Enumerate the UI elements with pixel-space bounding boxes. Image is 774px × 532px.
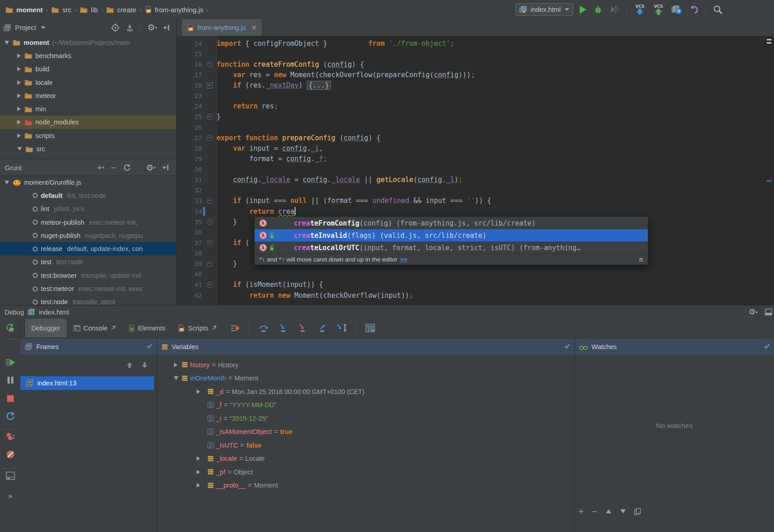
project-tree-item-moment[interactable]: moment(~/WebstormProjects/mom bbox=[0, 36, 176, 49]
variable-row-_locale[interactable]: _locale=Locale bbox=[157, 452, 574, 466]
float-panel-icon[interactable] bbox=[763, 344, 769, 350]
fold-start-icon[interactable]: − bbox=[207, 61, 212, 67]
project-tree-item-benchmarks[interactable]: benchmarks bbox=[0, 49, 176, 62]
code-line-28[interactable]: 28 var input = config._i, bbox=[177, 143, 774, 153]
pause-button[interactable] bbox=[6, 376, 15, 384]
debug-tab-console[interactable]: Console bbox=[67, 319, 122, 337]
hide-panel-button[interactable] bbox=[163, 164, 170, 171]
completion-item-createFromConfig[interactable]: λcreateFromConfig(config) (from-anything… bbox=[255, 217, 648, 229]
debug-tab-debugger[interactable]: Debugger bbox=[25, 319, 67, 337]
code-line-33[interactable]: 33− if (input === null || (format === un… bbox=[177, 196, 774, 206]
coverage-button[interactable] bbox=[610, 5, 620, 14]
evaluate-expression-button[interactable] bbox=[365, 324, 375, 332]
code-line-14[interactable]: 14import { configFromObject } from './fr… bbox=[177, 38, 774, 49]
collapse-all-button[interactable] bbox=[126, 24, 133, 32]
completion-hint-link[interactable]: >> bbox=[400, 256, 408, 263]
frame-item[interactable]: index.html:13 bbox=[20, 376, 154, 390]
code-line-41[interactable]: 41− if (isMoment(input)) { bbox=[177, 280, 774, 290]
mute-breakpoints-button[interactable] bbox=[5, 450, 15, 459]
expanded-arrow-icon[interactable] bbox=[5, 41, 9, 44]
code-line-15[interactable]: 15 bbox=[177, 49, 774, 59]
variable-row-history[interactable]: history=History bbox=[157, 358, 574, 372]
variable-row-_pf[interactable]: _pf=Object bbox=[157, 465, 574, 479]
add-watch-button[interactable]: + bbox=[578, 507, 584, 516]
breadcrumb-item[interactable]: JSfrom-anything.js bbox=[145, 6, 203, 14]
error-stripe-mark[interactable] bbox=[767, 42, 771, 44]
locate-file-button[interactable] bbox=[111, 23, 120, 32]
run-configuration-select[interactable]: index.html bbox=[515, 3, 573, 16]
code-line-32[interactable]: 32 bbox=[177, 185, 774, 196]
project-tree-item-node_modules[interactable]: node_modules bbox=[0, 116, 176, 129]
collapsed-arrow-icon[interactable] bbox=[17, 80, 21, 85]
collapsed-arrow-icon[interactable] bbox=[17, 94, 21, 98]
project-tree-item-locale[interactable]: locale bbox=[0, 76, 176, 89]
variable-row-inOneMonth[interactable]: inOneMonth=Moment bbox=[157, 372, 574, 385]
fold-expand-icon[interactable]: + bbox=[207, 83, 212, 89]
expanded-arrow-icon[interactable] bbox=[17, 147, 22, 151]
show-execution-point-button[interactable] bbox=[230, 324, 241, 332]
variable-row-_isAMomentObject[interactable]: 1001_isAMomentObject=true bbox=[157, 425, 574, 439]
breadcrumb-item[interactable]: src bbox=[51, 6, 71, 14]
grunt-task-test:node[interactable]: test:nodetranspile, qtest bbox=[0, 296, 176, 305]
resume-button[interactable] bbox=[5, 358, 15, 367]
code-line-40[interactable]: 40 bbox=[177, 269, 774, 280]
expanded-arrow-icon[interactable] bbox=[174, 376, 178, 380]
stop-button[interactable] bbox=[6, 394, 15, 403]
project-tree-item-lib[interactable]: lib bbox=[0, 156, 176, 159]
collapsed-arrow-icon[interactable] bbox=[17, 133, 21, 138]
search-everywhere-button[interactable] bbox=[713, 5, 723, 15]
error-stripe-mark[interactable] bbox=[767, 180, 771, 182]
hide-debug-button[interactable] bbox=[765, 309, 772, 315]
code-line-26[interactable]: 26 bbox=[177, 122, 774, 133]
completion-item-createInvalid[interactable]: λcreateInvalid(flags) (valid.js, src/lib… bbox=[255, 229, 648, 241]
local-history-button[interactable] bbox=[671, 5, 682, 15]
grunt-task-meteor-publish[interactable]: meteor-publishexec:meteor-init, bbox=[0, 216, 176, 229]
project-tree-item-src[interactable]: src bbox=[0, 142, 176, 155]
remove-task-button[interactable]: − bbox=[111, 163, 116, 172]
code-line-34[interactable]: 34 return crea bbox=[177, 206, 774, 217]
grunt-task-test[interactable]: testtest:node bbox=[0, 256, 176, 269]
float-panel-icon[interactable] bbox=[563, 344, 570, 350]
grunt-task-release[interactable]: releasedefault, update-index, con bbox=[0, 242, 176, 255]
variable-row-_i[interactable]: 1001_i="2015-12-25" bbox=[157, 412, 574, 425]
project-tree-item-scripts[interactable]: scripts bbox=[0, 129, 176, 142]
fold-end-icon[interactable]: − bbox=[207, 114, 212, 120]
run-to-cursor-button[interactable] bbox=[336, 323, 348, 333]
collapsed-arrow-icon[interactable] bbox=[17, 107, 21, 111]
editor-tab-from-anything[interactable]: JS from-anything.js ✕ bbox=[181, 19, 262, 36]
project-tree-item-meteor[interactable]: meteor bbox=[0, 89, 176, 102]
code-line-23[interactable]: 23 bbox=[177, 91, 774, 101]
fold-start-icon[interactable]: − bbox=[207, 282, 212, 288]
grunt-task-test:browser[interactable]: test:browsertranspile, update-ind bbox=[0, 269, 176, 282]
chevron-down-icon[interactable] bbox=[41, 26, 45, 29]
code-line-29[interactable]: 29 format = config._f; bbox=[177, 153, 774, 164]
variable-row-_isUTC[interactable]: 1001_isUTC=false bbox=[157, 438, 574, 452]
hide-panel-button[interactable] bbox=[163, 24, 171, 31]
grunt-settings-button[interactable]: ⚙▾ bbox=[146, 163, 156, 172]
completion-item-createLocalOrUTC[interactable]: λcreateLocalOrUTC(input, format, locale,… bbox=[255, 241, 648, 254]
previous-frame-button[interactable] bbox=[126, 361, 133, 369]
move-watch-down-button[interactable] bbox=[620, 508, 626, 514]
code-line-42[interactable]: 42 return new Moment(checkOverflow(input… bbox=[177, 290, 774, 300]
float-panel-icon[interactable] bbox=[146, 344, 152, 350]
add-task-button[interactable]: +▾ bbox=[97, 163, 104, 172]
reload-tasks-button[interactable] bbox=[123, 164, 131, 172]
view-breakpoints-button[interactable] bbox=[5, 432, 15, 441]
expanded-arrow-icon[interactable] bbox=[5, 181, 9, 184]
restart-page-button[interactable] bbox=[5, 411, 15, 421]
collapsed-arrow-icon[interactable] bbox=[197, 470, 200, 474]
variable-row-_f[interactable]: 1001_f="YYYY-MM-DD" bbox=[157, 399, 574, 412]
step-over-button[interactable] bbox=[258, 323, 269, 333]
more-options-button[interactable]: » bbox=[8, 492, 12, 500]
grunt-root-item[interactable]: moment/Gruntfile.js bbox=[0, 176, 176, 189]
collapsed-arrow-icon[interactable] bbox=[17, 54, 21, 58]
grunt-task-nuget-publish[interactable]: nuget-publishnugetpack, nugetpu bbox=[0, 229, 176, 242]
debug-tab-scripts[interactable]: JSScripts bbox=[172, 319, 222, 337]
vcs-update-button[interactable]: VCS bbox=[634, 4, 646, 15]
move-watch-up-button[interactable] bbox=[605, 508, 612, 514]
copy-watch-button[interactable] bbox=[634, 508, 641, 515]
collapsed-arrow-icon[interactable] bbox=[174, 363, 177, 367]
project-panel-title[interactable]: Project bbox=[15, 24, 36, 31]
variable-row-__proto__[interactable]: __proto__=Moment bbox=[157, 479, 574, 493]
vcs-commit-button[interactable]: VCS bbox=[652, 4, 665, 15]
